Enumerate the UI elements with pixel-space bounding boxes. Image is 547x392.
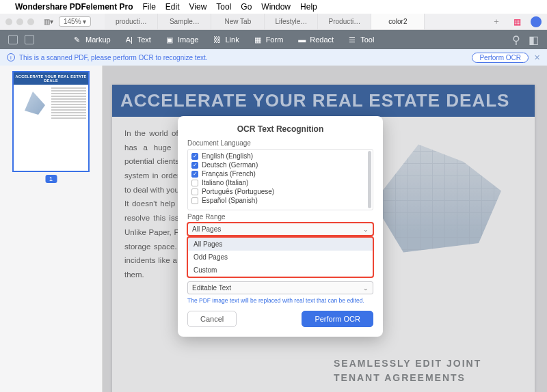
menu-help[interactable]: Help (300, 2, 317, 12)
chevron-down-icon: ⌄ (363, 226, 369, 233)
window-controls[interactable] (5, 18, 34, 25)
page-hero-heading: ACCELERATE YOUR REAL ESTATE DEALS (112, 85, 535, 117)
output-type-select[interactable]: Editable Text ⌄ (187, 281, 373, 294)
range-option-all[interactable]: All Pages (188, 238, 373, 251)
perform-ocr-banner-button[interactable]: Perform OCR (472, 53, 529, 63)
menu-tool[interactable]: Tool (216, 2, 231, 12)
markup-button[interactable]: ✎Markup (74, 36, 111, 44)
checkbox-icon[interactable] (191, 188, 198, 195)
tab-3[interactable]: Lifestyle… (265, 14, 318, 29)
ocr-modal: OCR Text Recognition Document Language ✓… (178, 116, 383, 337)
tab-5[interactable]: color2 (371, 14, 425, 29)
tab-0[interactable]: producti… (105, 14, 158, 29)
document-tabs: producti… Sample… New Tab Lifestyle… Pro… (105, 14, 484, 29)
main-toolbar: ✎Markup A|Text ▣Image ⛓Link ▦Form ▬Redac… (0, 30, 547, 49)
output-type-value: Editable Text (192, 284, 231, 292)
page-range-value: All Pages (192, 225, 221, 233)
menu-go[interactable]: Go (241, 2, 252, 12)
modal-title: OCR Text Recognition (187, 124, 373, 134)
menu-file[interactable]: File (143, 2, 156, 12)
lang-french[interactable]: ✓Français (French) (191, 169, 369, 178)
ocr-info-bar: i This is a scanned PDF, please perform … (0, 49, 547, 66)
lang-spanish[interactable]: Español (Spanish) (191, 196, 369, 205)
zoom-icon[interactable] (27, 18, 34, 25)
menu-view[interactable]: View (189, 2, 207, 12)
checkbox-icon[interactable] (191, 180, 198, 186)
app-name[interactable]: Wondershare PDFelement Pro (15, 2, 133, 12)
titlebar: ▥▾ 145% ▾ producti… Sample… New Tab Life… (0, 14, 547, 30)
user-avatar[interactable] (531, 16, 542, 27)
tab-1[interactable]: Sample… (158, 14, 211, 29)
close-info-bar[interactable]: ✕ (534, 53, 540, 62)
panel-toggle-icon[interactable]: ◧ (529, 33, 539, 46)
tool-button[interactable]: ☰Tool (349, 36, 374, 44)
checkbox-icon[interactable]: ✓ (191, 162, 198, 169)
info-icon: i (7, 53, 15, 61)
checkbox-icon[interactable]: ✓ (191, 171, 198, 178)
lang-italian[interactable]: Italiano (Italian) (191, 178, 369, 187)
outline-view-icon[interactable] (25, 35, 34, 44)
macos-menubar: Wondershare PDFelement Pro File Edit Vie… (0, 0, 547, 14)
menu-window[interactable]: Window (261, 2, 291, 12)
thumb-page-number: 1 (45, 175, 57, 183)
thumb-graphic (19, 89, 46, 116)
page-subheading: SEAMLESSLY EDIT JOINT TENANT AGREEMENTS (334, 356, 518, 385)
output-note: The PDF image text will be replaced with… (187, 297, 373, 304)
text-button[interactable]: A|Text (126, 36, 151, 44)
zoom-level[interactable]: 145% ▾ (59, 16, 91, 27)
thumb-title: ACCELERATE YOUR REAL ESTATE DEALS (14, 72, 88, 85)
close-icon[interactable] (5, 18, 12, 25)
checkbox-icon[interactable]: ✓ (191, 153, 198, 160)
tab-2[interactable]: New Tab (211, 14, 265, 29)
lang-portuguese[interactable]: Português (Portuguese) (191, 187, 369, 196)
page-range-dropdown: All Pages Odd Pages Custom (187, 237, 373, 277)
ocr-info-message: This is a scanned PDF, please perform OC… (19, 54, 208, 61)
cancel-button[interactable]: Cancel (187, 311, 237, 327)
lang-english[interactable]: ✓English (English) (191, 152, 369, 160)
perform-ocr-button[interactable]: Perform OCR (302, 311, 373, 327)
new-tab-button[interactable]: ＋ (490, 16, 503, 27)
form-button[interactable]: ▦Form (254, 36, 284, 44)
range-option-custom[interactable]: Custom (188, 264, 373, 277)
tab-overview-icon[interactable]: ▦ (510, 17, 524, 27)
range-option-odd[interactable]: Odd Pages (188, 251, 373, 264)
thumbnail-panel: ACCELERATE YOUR REAL ESTATE DEALS 1 (0, 66, 103, 392)
lang-german[interactable]: ✓Deutsch (German) (191, 160, 369, 169)
image-button[interactable]: ▣Image (166, 36, 199, 44)
minimize-icon[interactable] (16, 18, 23, 25)
menu-edit[interactable]: Edit (165, 2, 180, 12)
page-thumbnail-1[interactable]: ACCELERATE YOUR REAL ESTATE DEALS 1 (12, 71, 90, 172)
thumbnail-view-icon[interactable] (8, 35, 18, 44)
page-range-select[interactable]: All Pages ⌄ (187, 223, 373, 236)
sidebar-toggle-icon[interactable]: ▥▾ (44, 18, 53, 25)
range-section-label: Page Range (187, 213, 373, 221)
lang-section-label: Document Language (187, 139, 373, 147)
redact-button[interactable]: ▬Redact (298, 36, 334, 44)
tab-4[interactable]: Producti… (318, 14, 371, 29)
language-list[interactable]: ✓English (English) ✓Deutsch (German) ✓Fr… (187, 149, 373, 210)
chevron-down-icon: ⌄ (363, 285, 369, 292)
link-button[interactable]: ⛓Link (213, 36, 239, 44)
search-icon[interactable]: ⚲ (512, 33, 520, 46)
checkbox-icon[interactable] (191, 197, 198, 204)
